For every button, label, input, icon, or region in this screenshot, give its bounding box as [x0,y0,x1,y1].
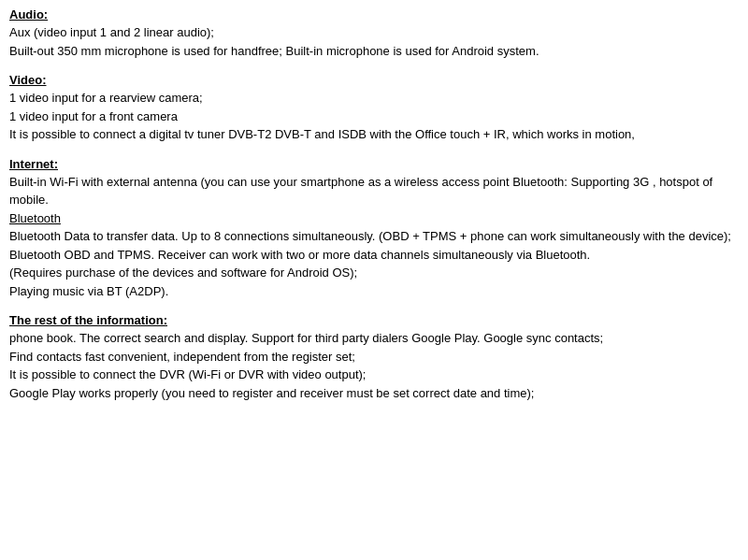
video-title: Video: [9,73,739,87]
rest-line-4: Google Play works properly (you need to … [9,384,739,403]
video-line-3: It is possible to connect a digital tv t… [9,125,739,144]
internet-section: Internet: Built-in Wi-Fi with external a… [9,157,739,301]
bluetooth-line-2: Bluetooth OBD and TPMS. Receiver can wor… [9,246,739,265]
video-line-2: 1 video input for a front camera [9,108,739,126]
audio-title: Audio: [9,7,739,22]
internet-line-1: Built-in Wi-Fi with external antenna (yo… [9,173,739,209]
internet-title: Internet: [9,157,739,171]
audio-line-1: Aux (video input 1 and 2 linear audio); [9,23,739,42]
video-line-1: 1 video input for a rearview camera; [9,89,739,108]
audio-section: Audio: Aux (video input 1 and 2 linear a… [9,7,739,60]
bluetooth-line-3: (Requires purchase of the devices and so… [9,264,739,282]
rest-line-2: Find contacts fast convenient, independe… [9,348,739,366]
rest-line-3: It is possible to connect the DVR (Wi-Fi… [9,366,739,384]
video-section: Video: 1 video input for a rearview came… [9,73,739,144]
rest-section: The rest of the information: phone book.… [9,313,739,402]
rest-title: The rest of the information: [9,313,739,327]
audio-line-2: Built-out 350 mm microphone is used for … [9,42,739,61]
rest-line-1: phone book. The correct search and displ… [9,329,739,348]
bluetooth-line-4: Playing music via BT (A2DP). [9,282,739,301]
bluetooth-link[interactable]: Bluetooth [9,209,739,228]
bluetooth-line-1: Bluetooth Data to transfer data. Up to 8… [9,227,739,246]
